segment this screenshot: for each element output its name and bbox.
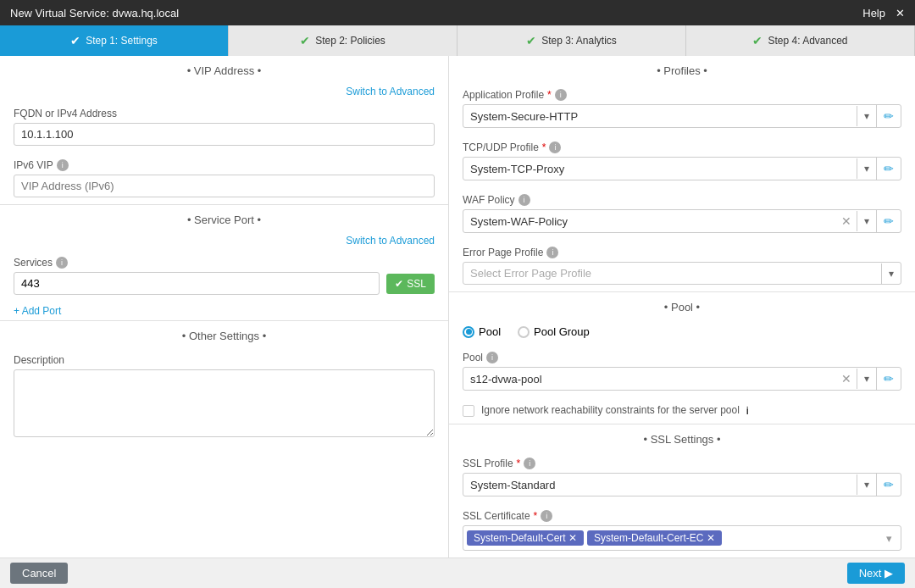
app-profile-value: System-Secure-HTTP [463, 106, 857, 127]
step-3[interactable]: ✔ Step 3: Analytics [458, 25, 686, 56]
app-profile-group: Application Profile * i System-Secure-HT… [449, 82, 915, 135]
waf-edit-icon[interactable]: ✏ [876, 210, 901, 232]
tcp-profile-label: TCP/UDP Profile * i [463, 141, 901, 153]
tcp-profile-value: System-TCP-Proxy [463, 158, 857, 180]
step-1[interactable]: ✔ Step 1: Settings [0, 25, 229, 56]
step3-icon: ✔ [526, 34, 536, 47]
add-port-link[interactable]: + Add Port [0, 302, 75, 320]
vip-section-header: • VIP Address • [0, 56, 448, 82]
error-page-info-icon: i [546, 247, 558, 258]
service-port-header: • Service Port • [0, 205, 448, 231]
step2-label: Step 2: Policies [315, 35, 385, 47]
pool-section-header: • Pool • [449, 292, 915, 319]
cert-tag-2-label: System-Default-Cert-EC ✕ [594, 532, 715, 544]
waf-info-icon: i [518, 194, 530, 206]
cert-tag-1-label: System-Default-Cert ✕ [474, 532, 577, 544]
title-bar: New Virtual Service: dvwa.hq.local Help … [0, 0, 915, 25]
ssl-settings-header: • SSL Settings • [449, 424, 915, 451]
app-profile-info-icon: i [555, 89, 567, 101]
tcp-arrow-icon[interactable]: ▾ [857, 158, 876, 179]
ssl-button[interactable]: ✔ SSL [386, 274, 435, 294]
pool-radio-label: Pool [479, 325, 501, 338]
ipv6-info-icon: i [57, 159, 69, 171]
ssl-profile-dropdown[interactable]: System-Standard ▾ ✏ [463, 473, 901, 496]
step1-icon: ✔ [70, 34, 80, 47]
pool-field-label: Pool i [463, 352, 901, 363]
step2-icon: ✔ [300, 34, 310, 47]
ignore-reachability-label: Ignore network reachability constraints … [481, 404, 740, 416]
step-bar: ✔ Step 1: Settings ✔ Step 2: Policies ✔ … [0, 25, 915, 56]
pool-arrow-icon[interactable]: ▾ [857, 369, 876, 389]
ignore-reachability-checkbox[interactable] [463, 405, 474, 417]
main-content: • VIP Address • Switch to Advanced FQDN … [0, 56, 915, 557]
pool-edit-icon[interactable]: ✏ [876, 368, 901, 390]
ipv6-input[interactable] [14, 175, 435, 197]
waf-clear-icon[interactable]: ✕ [836, 210, 857, 232]
description-group: Description [0, 347, 448, 447]
pool-value: s12-dvwa-pool [463, 369, 836, 390]
ipv6-group: IPv6 VIP i [0, 153, 448, 204]
tcp-edit-icon[interactable]: ✏ [876, 158, 901, 180]
ignore-info-icon: i [746, 404, 749, 417]
step-2[interactable]: ✔ Step 2: Policies [229, 25, 458, 56]
cert-tag-1[interactable]: System-Default-Cert ✕ [467, 530, 584, 546]
step4-icon: ✔ [752, 34, 762, 47]
ssl-profile-label: SSL Profile * i [463, 458, 901, 469]
error-page-placeholder: Select Error Page Profile [463, 263, 881, 284]
other-settings-header: • Other Settings • [0, 321, 448, 347]
pool-group-radio-option[interactable]: Pool Group [518, 325, 590, 338]
pool-clear-icon[interactable]: ✕ [836, 368, 857, 390]
waf-arrow-icon[interactable]: ▾ [857, 211, 876, 231]
close-icon[interactable]: ✕ [896, 7, 905, 19]
ssl-cert-info-icon: i [541, 510, 552, 522]
ssl-cert-required: * [534, 510, 538, 522]
cert-tag-2[interactable]: System-Default-Cert-EC ✕ [587, 530, 722, 546]
help-link[interactable]: Help [862, 7, 885, 19]
fqdn-input[interactable] [14, 123, 435, 146]
service-switch-advanced[interactable]: Switch to Advanced [0, 231, 448, 250]
tcp-info-icon: i [549, 141, 561, 153]
app-profile-arrow-icon[interactable]: ▾ [857, 106, 876, 126]
ssl-profile-arrow-icon[interactable]: ▾ [857, 474, 876, 495]
tcp-profile-dropdown[interactable]: System-TCP-Proxy ▾ ✏ [463, 157, 901, 180]
error-page-dropdown[interactable]: Select Error Page Profile ▾ [463, 262, 901, 285]
step-4[interactable]: ✔ Step 4: Advanced [686, 25, 915, 56]
tcp-profile-group: TCP/UDP Profile * i System-TCP-Proxy ▾ ✏ [449, 135, 915, 187]
description-textarea[interactable] [14, 369, 435, 437]
step1-label: Step 1: Settings [86, 35, 158, 47]
waf-policy-value: System-WAF-Policy [463, 211, 836, 232]
service-row: ✔ SSL [14, 272, 435, 295]
app-profile-dropdown[interactable]: System-Secure-HTTP ▾ ✏ [463, 104, 901, 128]
app-profile-edit-icon[interactable]: ✏ [876, 105, 901, 127]
pool-field-group: Pool i s12-dvwa-pool ✕ ▾ ✏ [449, 345, 915, 397]
pool-info-icon: i [486, 352, 498, 363]
ssl-cert-tags-wrapper[interactable]: System-Default-Cert ✕ System-Default-Cer… [463, 525, 901, 551]
waf-policy-dropdown[interactable]: System-WAF-Policy ✕ ▾ ✏ [463, 209, 901, 233]
waf-policy-group: WAF Policy i System-WAF-Policy ✕ ▾ ✏ [449, 187, 915, 240]
error-page-label: Error Page Profile i [463, 247, 901, 258]
next-button[interactable]: Next ▶ [847, 563, 905, 584]
tcp-required: * [542, 141, 546, 153]
ssl-profile-required: * [517, 458, 521, 469]
service-port-input[interactable] [14, 272, 380, 295]
vip-switch-advanced[interactable]: Switch to Advanced [0, 82, 448, 101]
window-title: New Virtual Service: dvwa.hq.local [10, 7, 179, 19]
bottom-bar: Cancel Next ▶ [0, 557, 915, 588]
services-group: Services i ✔ SSL [0, 250, 448, 302]
ssl-cert-label: SSL Certificate * i [463, 510, 901, 522]
ipv6-label: IPv6 VIP i [14, 159, 435, 171]
ssl-profile-info-icon: i [524, 458, 535, 469]
pool-dropdown[interactable]: s12-dvwa-pool ✕ ▾ ✏ [463, 367, 901, 391]
error-page-arrow-icon[interactable]: ▾ [881, 263, 901, 284]
pool-radio-option[interactable]: Pool [463, 325, 501, 338]
fqdn-group: FQDN or IPv4 Address [0, 101, 448, 153]
right-panel: • Profiles • Application Profile * i Sys… [449, 56, 915, 557]
error-page-group: Error Page Profile i Select Error Page P… [449, 240, 915, 291]
app-profile-required: * [547, 89, 552, 101]
pool-group-radio-label: Pool Group [534, 325, 590, 338]
ssl-profile-edit-icon[interactable]: ✏ [876, 474, 901, 496]
cancel-button[interactable]: Cancel [10, 563, 68, 584]
title-bar-actions: Help ✕ [862, 7, 905, 19]
ssl-cert-arrow-icon[interactable]: ▾ [881, 530, 897, 546]
description-label: Description [14, 354, 435, 366]
